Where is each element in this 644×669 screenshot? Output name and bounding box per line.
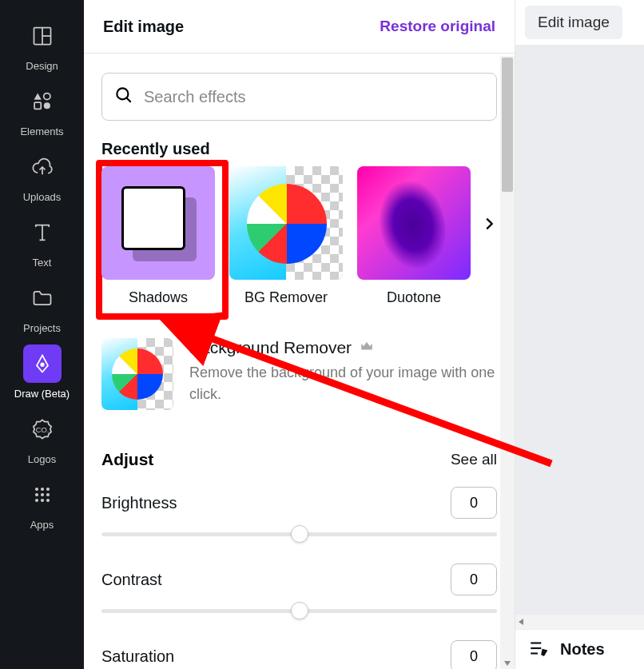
sidebar-item-elements[interactable]: Elements [6, 77, 78, 142]
design-canvas[interactable] [515, 45, 644, 629]
contrast-row: Contrast [101, 563, 497, 623]
shapes-icon [23, 82, 62, 121]
edit-image-panel: Edit image Restore original Recently use… [84, 0, 515, 669]
panel-title: Edit image [103, 18, 184, 36]
sidebar-item-label: Elements [20, 125, 63, 137]
svg-point-14 [34, 498, 38, 501]
notes-button[interactable]: Notes [560, 640, 605, 659]
effect-label: Duotone [387, 289, 441, 306]
brightness-row: Brightness [101, 487, 497, 546]
brightness-label: Brightness [101, 494, 177, 512]
contrast-slider[interactable] [101, 599, 497, 623]
sidebar-item-label: Draw (Beta) [14, 388, 70, 400]
svg-point-10 [46, 487, 49, 490]
brightness-value-input[interactable] [451, 487, 497, 519]
edit-image-button[interactable]: Edit image [525, 6, 622, 39]
saturation-value-input[interactable] [451, 640, 497, 669]
scroll-down-icon[interactable] [500, 658, 515, 669]
effect-shadows[interactable]: Shadows [101, 166, 215, 306]
search-input[interactable] [144, 88, 485, 106]
effect-bg-remover[interactable]: BG Remover [229, 166, 343, 306]
shadows-thumb [101, 166, 215, 280]
bg-remover-text: Background Remover Remove the background… [189, 338, 497, 410]
svg-marker-20 [504, 661, 511, 666]
bg-remover-title: Background Remover [189, 338, 352, 357]
sidebar-item-text[interactable]: Text [6, 208, 78, 273]
app-sidebar: Design Elements Uploads Text Projects Dr… [0, 0, 84, 669]
canvas-toolbar: Edit image [515, 0, 644, 45]
canvas-area: Edit image Notes [515, 0, 644, 669]
background-remover-row[interactable]: Background Remover Remove the background… [101, 338, 497, 410]
effect-label: Shadows [129, 289, 188, 306]
svg-point-8 [34, 487, 38, 490]
sidebar-item-uploads[interactable]: Uploads [6, 142, 78, 208]
recently-used-title: Recently used [101, 140, 497, 158]
recent-effects-row: Shadows BG Remover Duotone [101, 166, 497, 306]
scrollbar-thumb[interactable] [502, 58, 513, 192]
bg-remover-description: Remove the background of your image with… [189, 362, 497, 405]
sidebar-item-label: Text [33, 257, 52, 269]
sidebar-item-label: Logos [28, 453, 56, 465]
effect-duotone[interactable]: Duotone [357, 166, 471, 306]
sidebar-item-label: Uploads [23, 191, 62, 203]
saturation-row: Saturation [101, 640, 497, 669]
effects-search[interactable] [101, 73, 497, 121]
effect-label: BG Remover [244, 289, 328, 306]
panel-scrollbar[interactable] [500, 56, 515, 669]
search-icon [113, 85, 134, 109]
layout-icon [23, 17, 62, 55]
pen-icon [23, 344, 62, 383]
sidebar-item-label: Design [26, 60, 58, 72]
text-icon [23, 213, 62, 252]
crown-icon [360, 339, 374, 356]
horizontal-scrollbar[interactable] [515, 615, 644, 629]
contrast-value-input[interactable] [451, 563, 497, 595]
scroll-left-icon[interactable] [515, 615, 527, 629]
svg-point-12 [40, 492, 43, 496]
panel-header: Edit image Restore original [84, 0, 515, 54]
svg-rect-4 [34, 102, 41, 109]
restore-original-link[interactable]: Restore original [380, 18, 495, 35]
svg-point-11 [34, 492, 38, 496]
adjust-title: Adjust [101, 450, 153, 469]
svg-point-5 [43, 102, 50, 109]
svg-point-9 [40, 487, 43, 490]
svg-text:CO.: CO. [35, 425, 49, 433]
sidebar-item-projects[interactable]: Projects [6, 273, 78, 339]
svg-point-6 [41, 363, 44, 366]
svg-point-13 [46, 492, 49, 496]
svg-marker-21 [519, 619, 523, 625]
sidebar-item-logos[interactable]: CO. Logos [6, 404, 78, 470]
badge-icon: CO. [23, 410, 62, 448]
svg-point-15 [40, 498, 43, 501]
panel-body: Recently used Shadows BG Remover [84, 54, 515, 669]
folder-icon [23, 279, 62, 317]
adjust-section-header: Adjust See all [101, 450, 497, 469]
sidebar-item-label: Projects [23, 322, 61, 334]
saturation-label: Saturation [101, 647, 174, 666]
sidebar-item-draw[interactable]: Draw (Beta) [6, 339, 78, 404]
sidebar-item-apps[interactable]: Apps [6, 470, 78, 536]
bgremover-thumb [229, 166, 343, 280]
bg-remover-mini-thumb [101, 338, 173, 410]
svg-point-3 [43, 93, 50, 99]
svg-line-18 [126, 98, 130, 102]
scroll-right-button[interactable] [478, 213, 500, 235]
duotone-thumb [357, 166, 471, 280]
see-all-link[interactable]: See all [451, 451, 497, 468]
svg-point-17 [117, 88, 128, 99]
svg-point-16 [46, 498, 49, 501]
contrast-label: Contrast [101, 571, 162, 589]
cloud-upload-icon [23, 148, 62, 186]
brightness-slider[interactable] [101, 522, 497, 546]
canvas-footer: Notes [515, 629, 644, 669]
notes-icon[interactable] [528, 638, 549, 662]
grid-icon [23, 476, 62, 514]
sidebar-item-design[interactable]: Design [6, 11, 78, 77]
sidebar-item-label: Apps [30, 519, 54, 531]
